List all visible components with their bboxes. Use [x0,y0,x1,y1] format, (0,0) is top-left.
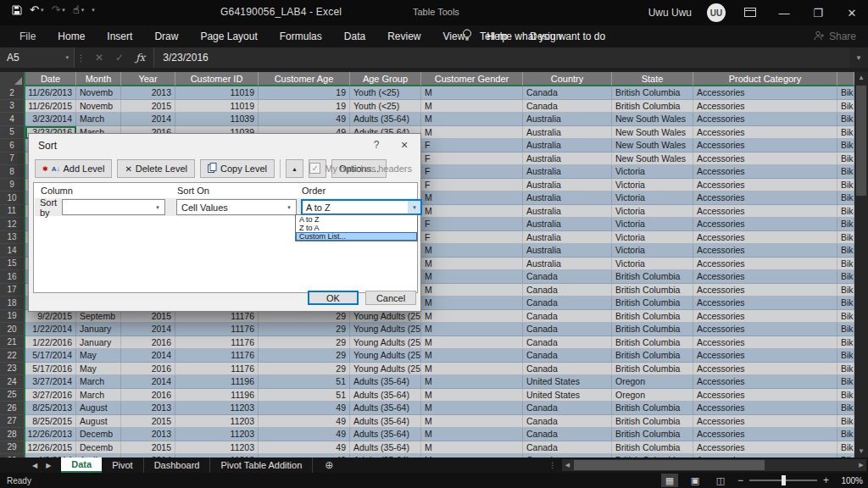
cell[interactable]: Bik [837,244,854,258]
cell[interactable]: Accessories [693,441,837,455]
cell[interactable]: Accessories [693,336,837,350]
row-number[interactable]: 19 [0,310,25,324]
row-number[interactable]: 20 [0,323,25,336]
sheet-tab-pivot-table-addition[interactable]: Pivot Table Addition [210,458,313,473]
order-option-custom-list[interactable]: Custom List... [296,232,417,241]
cell[interactable]: Oregon [612,375,693,389]
row-number[interactable]: 7 [0,152,25,166]
zoom-slider[interactable] [749,480,817,481]
cell[interactable]: Novemb [76,100,121,114]
cell[interactable]: British Columbia [612,310,693,324]
cell[interactable]: Victoria [612,244,693,258]
cell[interactable]: Australia [523,258,612,271]
cell[interactable]: 2013 [121,402,175,415]
cell[interactable]: 5/17/2016 [25,363,76,376]
cell[interactable]: Accessories [693,323,837,336]
cell[interactable]: Canada [523,86,612,100]
cell[interactable]: Canada [523,310,612,324]
ribbon-tab-page-layout[interactable]: Page Layout [189,30,268,42]
cell[interactable]: British Columbia [612,270,693,284]
row-number[interactable]: 6 [0,139,25,152]
cell[interactable]: Victoria [612,258,693,271]
cell[interactable]: 2016 [121,336,175,350]
zoom-slider-thumb[interactable] [782,475,786,485]
name-box-dropdown-icon[interactable]: ▾ [65,54,69,61]
cell[interactable]: 1/22/2016 [25,336,76,350]
cell[interactable]: New South Wales [612,126,693,140]
cell[interactable]: Decemb [76,441,121,455]
cell[interactable]: Canada [523,441,612,455]
cell[interactable]: Adults (35-64) [350,402,421,415]
cell[interactable]: Bik [837,205,854,219]
cell[interactable]: Canada [523,415,612,429]
cell[interactable]: Bik [837,231,854,245]
cell[interactable]: 3/27/2014 [25,375,76,389]
cell[interactable]: M [421,441,523,455]
row-number[interactable]: 17 [0,284,25,297]
cell[interactable]: Australia [523,205,612,219]
cell[interactable]: Bik [837,402,854,415]
cell[interactable]: Bik [837,284,854,297]
cell[interactable]: 12/26/2015 [25,441,76,455]
user-name[interactable]: Uwu Uwu [648,7,692,19]
cell[interactable]: Australia [523,191,612,205]
cell[interactable]: Adults (35-64) [350,389,421,402]
row-number[interactable]: 22 [0,349,25,363]
cell[interactable]: F [421,152,523,166]
cell[interactable]: 11203 [175,402,259,415]
cell[interactable]: 11196 [175,375,259,389]
cell[interactable]: Accessories [693,428,837,441]
row-number[interactable]: 26 [0,402,25,415]
cell[interactable]: 29 [259,363,350,376]
cell[interactable]: Adults (35-64) [350,415,421,429]
zoom-in-icon[interactable]: + [823,474,829,486]
cell[interactable]: 2014 [121,323,175,336]
row-number[interactable]: 29 [0,441,25,455]
cell[interactable]: Adults (35-64) [350,375,421,389]
cell[interactable]: Bik [837,297,854,310]
cell[interactable]: 49 [259,415,350,429]
cell[interactable]: F [421,139,523,152]
cell[interactable]: M [421,375,523,389]
sheet-tab-pivot[interactable]: Pivot [102,458,143,473]
cell[interactable]: Australia [523,152,612,166]
cell[interactable]: Accessories [693,152,837,166]
cell[interactable]: March [76,113,121,126]
cell[interactable]: Bik [837,165,854,179]
cell[interactable]: British Columbia [612,100,693,114]
cell[interactable]: Accessories [693,415,837,429]
save-icon[interactable] [12,5,22,15]
cell[interactable]: M [421,336,523,350]
order-option-z-to-a[interactable]: Z to A [296,224,417,232]
cell[interactable]: 19 [259,86,350,100]
cancel-entry-icon[interactable]: ✕ [95,52,103,64]
row-number[interactable]: 12 [0,218,25,231]
ok-button[interactable]: OK [308,291,359,305]
tell-me-box[interactable]: Tell me what you want to do [462,25,605,47]
select-all-corner[interactable] [0,72,25,86]
row-number[interactable]: 21 [0,336,25,350]
cell[interactable]: Bik [837,375,854,389]
scroll-left-icon[interactable]: ◀ [562,459,572,471]
page-break-view-icon[interactable]: ◫ [712,474,729,487]
cell[interactable]: M [421,402,523,415]
cell[interactable]: New South Wales [612,113,693,126]
cell[interactable]: Bik [837,191,854,205]
name-box[interactable]: A5 ▾ [0,47,75,68]
share-button[interactable]: Share [814,25,856,47]
cell[interactable]: Oregon [612,389,693,402]
cell[interactable]: Adults (35-64) [350,441,421,455]
row-number[interactable]: 9 [0,179,25,192]
cell[interactable]: United States [523,389,612,402]
cell[interactable]: 11203 [175,415,259,429]
cell[interactable]: Accessories [693,100,837,114]
cell[interactable]: Accessories [693,191,837,205]
column-header[interactable]: Customer Age [259,72,350,86]
row-number[interactable]: 4 [0,113,25,126]
row-number[interactable]: 18 [0,297,25,310]
cell[interactable]: M [421,389,523,402]
cell[interactable]: Adults (35-64) [350,113,421,126]
dialog-help-button[interactable]: ? [370,139,383,151]
vertical-scrollbar[interactable]: ▲ ▼ [854,72,868,458]
ribbon-display-options-icon[interactable] [741,7,760,19]
